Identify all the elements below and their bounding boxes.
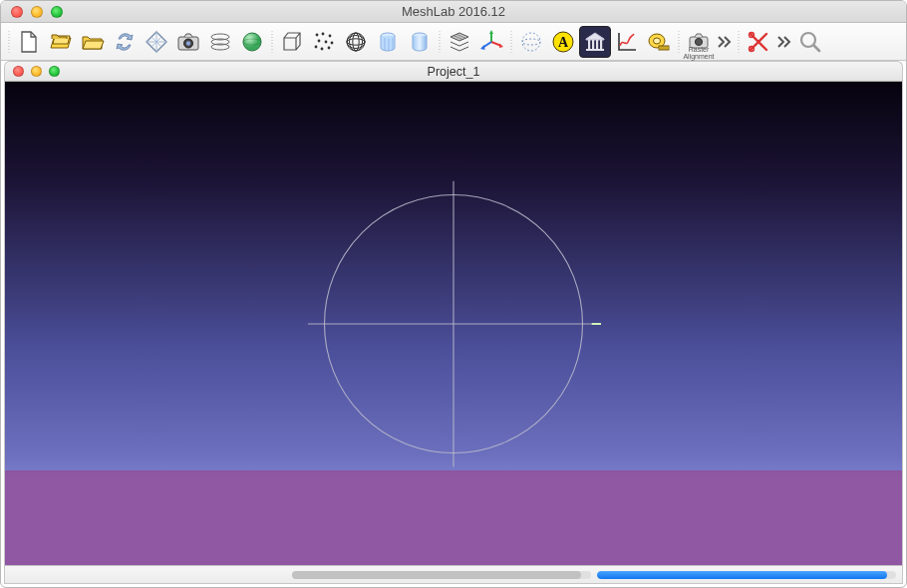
close-window-button[interactable] bbox=[11, 6, 23, 18]
double-chevron-right-icon bbox=[776, 35, 792, 49]
letter-a-badge-icon: A bbox=[550, 29, 576, 55]
normals-button[interactable] bbox=[236, 26, 268, 58]
layers-button[interactable] bbox=[204, 26, 236, 58]
export-mesh-button[interactable] bbox=[141, 26, 172, 58]
svg-point-2 bbox=[186, 41, 190, 45]
cylinder-flat-icon bbox=[375, 29, 401, 55]
plot-axes-icon bbox=[614, 29, 640, 55]
project-traffic-lights bbox=[5, 66, 60, 77]
svg-marker-27 bbox=[480, 45, 485, 50]
svg-point-10 bbox=[329, 34, 332, 37]
render-wireframe-button[interactable] bbox=[340, 26, 372, 58]
svg-point-6 bbox=[243, 33, 261, 51]
diamond-outline-icon bbox=[144, 29, 169, 55]
open-project-button[interactable] bbox=[45, 26, 77, 58]
render-flat-button[interactable] bbox=[372, 26, 404, 58]
svg-rect-32 bbox=[586, 49, 604, 51]
trackball-gizmo[interactable] bbox=[306, 176, 601, 471]
document-icon bbox=[16, 29, 42, 55]
project-minimize-button[interactable] bbox=[31, 66, 42, 77]
svg-marker-26 bbox=[499, 43, 503, 48]
svg-marker-25 bbox=[489, 30, 493, 34]
svg-point-16 bbox=[328, 46, 331, 49]
raster-sublabel: RasterAlignment bbox=[683, 46, 715, 60]
minimize-window-button[interactable] bbox=[31, 6, 43, 18]
svg-rect-34 bbox=[592, 40, 594, 49]
toolbar-separator bbox=[735, 27, 743, 57]
xyz-axes-icon bbox=[478, 29, 504, 55]
project-titlebar: Project_1 bbox=[4, 61, 903, 82]
toolbar-overflow-button-2[interactable] bbox=[774, 26, 794, 58]
double-chevron-right-icon bbox=[717, 35, 733, 49]
render-smooth-button[interactable] bbox=[404, 26, 436, 58]
svg-rect-39 bbox=[659, 46, 669, 50]
search-button[interactable] bbox=[794, 26, 826, 58]
svg-text:A: A bbox=[558, 35, 569, 50]
svg-rect-36 bbox=[600, 40, 602, 49]
reload-button[interactable] bbox=[109, 26, 141, 58]
sphere-dashed-icon bbox=[518, 29, 544, 55]
museum-view-button[interactable] bbox=[579, 26, 611, 58]
svg-point-15 bbox=[321, 47, 324, 50]
main-toolbar: A RasterAlignme bbox=[1, 23, 906, 61]
sphere-green-icon bbox=[239, 29, 265, 55]
window-traffic-lights bbox=[1, 6, 63, 18]
svg-point-28 bbox=[522, 33, 540, 51]
window-titlebar: MeshLab 2016.12 bbox=[1, 1, 906, 23]
svg-point-41 bbox=[695, 38, 702, 45]
trackball-sphere-button[interactable] bbox=[515, 26, 547, 58]
cube-wire-icon bbox=[279, 29, 305, 55]
reload-arrows-icon bbox=[112, 29, 138, 55]
scissors-x-icon bbox=[746, 29, 771, 55]
snapshot-button[interactable] bbox=[172, 26, 204, 58]
project-close-button[interactable] bbox=[13, 66, 24, 77]
svg-point-12 bbox=[325, 40, 328, 43]
progress-bar bbox=[597, 571, 896, 579]
measure-button[interactable] bbox=[643, 26, 675, 58]
layers-grid-icon bbox=[447, 29, 472, 55]
scrollbar-thumb[interactable] bbox=[292, 571, 581, 579]
tape-measure-icon bbox=[646, 29, 672, 55]
svg-rect-35 bbox=[596, 40, 598, 49]
render-points-button[interactable] bbox=[308, 26, 340, 58]
toolbar-separator bbox=[268, 27, 276, 57]
cylinder-smooth-icon bbox=[407, 29, 433, 55]
toolbar-separator bbox=[436, 27, 444, 57]
import-mesh-button[interactable] bbox=[77, 26, 109, 58]
horizontal-scrollbar[interactable] bbox=[292, 571, 591, 579]
project-title: Project_1 bbox=[5, 65, 902, 79]
layers-icon bbox=[207, 29, 233, 55]
progress-fill bbox=[597, 571, 887, 579]
new-project-button[interactable] bbox=[13, 26, 45, 58]
magnifier-icon bbox=[797, 29, 823, 55]
project-zoom-button[interactable] bbox=[49, 66, 60, 77]
bounding-box-button[interactable] bbox=[276, 26, 308, 58]
toolbar-grip bbox=[5, 27, 13, 57]
toggle-axes-button[interactable] bbox=[475, 26, 507, 58]
window-title: MeshLab 2016.12 bbox=[1, 4, 906, 19]
viewport-3d[interactable] bbox=[4, 82, 903, 566]
viewport-ground-plane bbox=[5, 470, 902, 565]
annotation-button[interactable]: A bbox=[547, 26, 579, 58]
folder-open-yellow-icon bbox=[80, 29, 106, 55]
svg-point-9 bbox=[322, 32, 325, 35]
texture-button[interactable] bbox=[444, 26, 475, 58]
plot-button[interactable] bbox=[611, 26, 643, 58]
sphere-wireframe-icon bbox=[343, 29, 369, 55]
svg-rect-33 bbox=[588, 40, 590, 49]
svg-point-29 bbox=[522, 39, 540, 45]
svg-point-8 bbox=[316, 33, 319, 36]
clear-selection-button[interactable] bbox=[743, 26, 774, 58]
svg-point-14 bbox=[315, 45, 318, 48]
folder-stack-yellow-icon bbox=[48, 29, 74, 55]
points-scatter-icon bbox=[311, 29, 337, 55]
svg-line-45 bbox=[814, 45, 820, 51]
status-bar bbox=[4, 566, 903, 584]
toolbar-overflow-button[interactable] bbox=[715, 26, 735, 58]
camera-icon bbox=[175, 29, 201, 55]
zoom-window-button[interactable] bbox=[51, 6, 63, 18]
building-columns-icon bbox=[582, 29, 608, 55]
svg-point-38 bbox=[654, 38, 661, 44]
svg-point-13 bbox=[331, 41, 334, 44]
toolbar-separator bbox=[675, 27, 683, 57]
